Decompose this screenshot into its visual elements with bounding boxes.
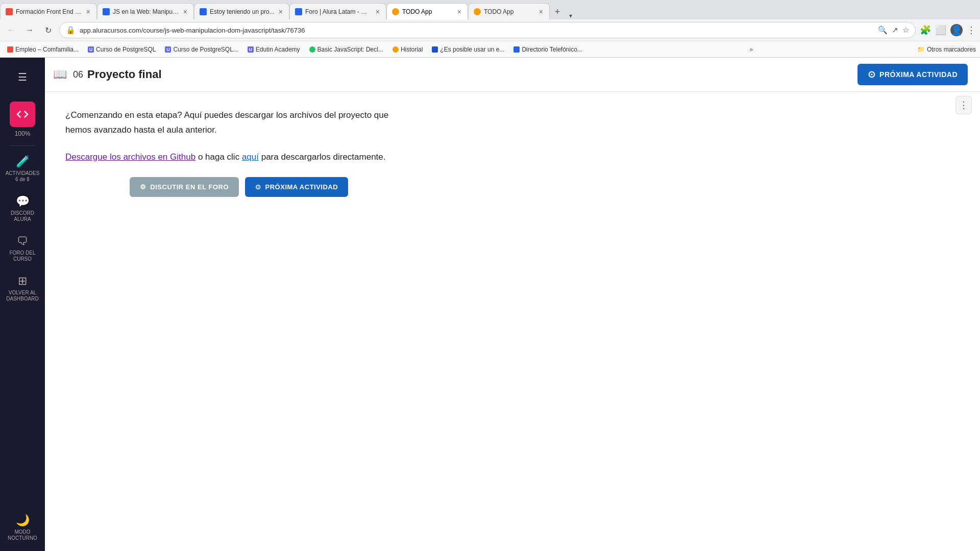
bookmark-posible[interactable]: ¿Es posible usar un e... (429, 45, 507, 54)
bookmark-edutin[interactable]: U Edutin Academy (244, 45, 303, 54)
bookmark-directorio[interactable]: Directorio Telefónico... (510, 45, 585, 54)
next-btn-label-top: PRÓXIMA ACTIVIDAD (879, 70, 958, 79)
content-text: ¿Comenzando en esta etapa? Aquí puedes d… (65, 108, 412, 165)
next-activity-button-top[interactable]: ⊙ PRÓXIMA ACTIVIDAD (857, 64, 968, 85)
bookmark-label-js: Basic JavaScript: Decl... (317, 46, 383, 53)
address-bar-row: ← → ↻ 🔒 app.aluracursos.com/course/js-we… (0, 19, 980, 41)
reload-button[interactable]: ↻ (41, 23, 55, 37)
tab-favicon-alura (6, 8, 13, 15)
bookmark-star-icon[interactable]: ☆ (902, 26, 909, 35)
tab-favicon-estoy (200, 8, 207, 15)
paragraph-1: ¿Comenzando en esta etapa? Aquí puedes d… (65, 108, 412, 138)
extensions-icon[interactable]: 🧩 (920, 24, 931, 36)
code-icon (15, 107, 30, 121)
bookmarks-more-button[interactable]: » (750, 46, 753, 53)
bookmark-empleo[interactable]: Empleo – Comfamilia... (4, 45, 82, 54)
bookmark-postgres2[interactable]: U Curso de PostgreSQL... (162, 45, 241, 54)
folder-icon: 📁 (917, 46, 925, 53)
bookmark-label-historial: Historial (401, 46, 423, 53)
sidebar: ☰ 100% 🧪 ACTIVIDADES 6 de 8 💬 DISCORD AL… (0, 58, 45, 551)
tab-todo1[interactable]: TODO App × (386, 3, 468, 19)
paragraph-2-post: para descargarlos directamente. (261, 152, 386, 162)
tab-label-js: JS en la Web: Manipula... (113, 8, 179, 15)
bookmark-favicon-u3: U (248, 46, 254, 53)
hamburger-button[interactable]: ☰ (14, 67, 31, 87)
progress-label: 100% (15, 130, 31, 137)
sidebar-item-foro[interactable]: 🗨 FORO DEL CURSO (0, 230, 45, 267)
sidebar-item-dashboard[interactable]: ⊞ VOLVER AL DASHBOARD (0, 269, 45, 307)
tab-arrows: ▾ (565, 12, 576, 19)
address-bar[interactable]: 🔒 app.aluracursos.com/course/js-web-mani… (59, 22, 916, 38)
bookmark-favicon-u1: U (88, 46, 94, 53)
bookmarks-folder[interactable]: 📁 Otros marcadores (917, 46, 976, 53)
book-icon: 📖 (53, 68, 67, 81)
next-btn2-label: PRÓXIMA ACTIVIDAD (265, 183, 338, 191)
main-layout: ☰ 100% 🧪 ACTIVIDADES 6 de 8 💬 DISCORD AL… (0, 58, 980, 551)
tab-close-estoy[interactable]: × (278, 7, 284, 17)
sidebar-label-actividades: ACTIVIDADES 6 de 8 (6, 170, 40, 183)
address-bar-icons: 🔍 ↗ ☆ (878, 26, 909, 35)
tab-label-estoy: Estoy teniendo un pro... (210, 8, 275, 15)
tab-foro[interactable]: Foro | Alura Latam - Cu... × (289, 3, 386, 19)
next-arrow-icon: ⊙ (868, 69, 876, 80)
new-tab-button[interactable]: + (550, 4, 565, 19)
folder-label: Otros marcadores (927, 46, 976, 53)
discuss-forum-button[interactable]: ⚙ DISCUTIR EN EL FORO (130, 177, 239, 197)
tab-favicon-foro (295, 8, 302, 15)
bookmark-favicon-shield (432, 46, 438, 53)
bookmark-label-directorio: Directorio Telefónico... (522, 46, 582, 53)
tab-close-js[interactable]: × (182, 7, 188, 17)
top-bar: 📖 06 Proyecto final ⊙ PRÓXIMA ACTIVIDAD (45, 58, 980, 92)
bookmark-label-postgres2: Curso de PostgreSQL... (173, 46, 238, 53)
bookmark-favicon-empleo (7, 46, 13, 53)
tab-favicon-js (103, 8, 110, 15)
bookmark-favicon-dir (513, 46, 520, 53)
bookmark-js[interactable]: Basic JavaScript: Decl... (306, 45, 386, 54)
bookmark-label-edutin: Edutin Academy (256, 46, 300, 53)
tab-formacion[interactable]: Formación Front End G... × (0, 3, 97, 19)
sidebar-label-dashboard: VOLVER AL DASHBOARD (6, 290, 38, 302)
content-area: 📖 06 Proyecto final ⊙ PRÓXIMA ACTIVIDAD … (45, 58, 980, 551)
tab-close-foro[interactable]: × (375, 7, 381, 17)
lock-icon: 🔒 (66, 26, 76, 35)
url-display: app.aluracursos.com/course/js-web-manipu… (80, 27, 874, 34)
search-icon[interactable]: 🔍 (878, 26, 888, 35)
bookmark-postgres1[interactable]: U Curso de PostgreSQL (85, 45, 159, 54)
browser-chrome: Formación Front End G... × JS en la Web:… (0, 0, 980, 58)
tab-bar: Formación Front End G... × JS en la Web:… (0, 0, 980, 19)
tab-label-todo2: TODO App (484, 8, 535, 15)
tab-close-todo2[interactable]: × (538, 7, 544, 17)
moon-icon: 🌙 (16, 514, 30, 527)
bookmark-historial[interactable]: Historial (389, 45, 426, 54)
dashboard-icon: ⊞ (18, 274, 27, 288)
next-btn2-icon: ⊙ (255, 183, 261, 191)
more-options-button[interactable]: ⋮ (955, 96, 972, 114)
sidebar-item-nightmode[interactable]: 🌙 MODO NOCTURNO (5, 509, 40, 546)
bookmark-favicon-globe (309, 46, 315, 53)
sidebar-toggle-icon[interactable]: ⬜ (935, 24, 946, 36)
github-link[interactable]: Descargue los archivos en Github (65, 152, 195, 162)
next-activity-button-bottom[interactable]: ⊙ PRÓXIMA ACTIVIDAD (245, 177, 348, 197)
bookmark-favicon-clock (393, 46, 399, 53)
tab-todo2[interactable]: TODO App × (468, 3, 550, 19)
share-icon[interactable]: ↗ (892, 26, 898, 35)
sidebar-label-discord: DISCORD ALURA (11, 210, 34, 222)
menu-icon[interactable]: ⋮ (967, 24, 976, 36)
tab-js[interactable]: JS en la Web: Manipula... × (97, 3, 194, 19)
forum-btn-icon: ⚙ (140, 183, 146, 191)
aqui-link[interactable]: aquí (242, 152, 259, 162)
sidebar-label-nightmode: MODO NOCTURNO (8, 529, 37, 541)
sidebar-item-discord[interactable]: 💬 DISCORD ALURA (0, 190, 45, 228)
tab-dropdown-arrow[interactable]: ▾ (569, 12, 572, 19)
forward-button[interactable]: → (22, 23, 37, 37)
tab-close-todo1[interactable]: × (456, 7, 462, 17)
profile-icon[interactable]: 👤 (950, 24, 963, 36)
foro-icon: 🗨 (17, 235, 28, 248)
lesson-number: 06 (73, 69, 83, 80)
sidebar-item-actividades[interactable]: 🧪 ACTIVIDADES 6 de 8 (0, 150, 45, 188)
bookmark-label-postgres1: Curso de PostgreSQL (96, 46, 156, 53)
back-button[interactable]: ← (4, 23, 18, 37)
tab-estoy[interactable]: Estoy teniendo un pro... × (194, 3, 289, 19)
tab-close-formacion[interactable]: × (85, 7, 91, 17)
actividades-icon: 🧪 (16, 155, 30, 168)
